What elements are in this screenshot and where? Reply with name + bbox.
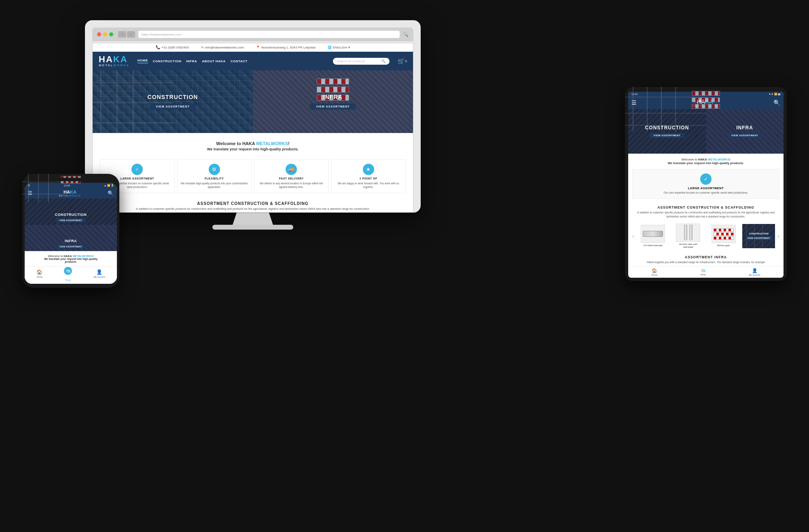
monitor-stand [233,213,273,225]
feature-1point: ★ 1 POINT OF We are happy to work forwar… [331,159,406,193]
window-controls [97,32,113,36]
tablet-frame: 12:30 ▲▲ 📶 ▮▮ ☰ HAKA METALWORKS 🔍 [625,87,787,281]
tablet-hero: CONSTRUCTION VIEW ASSORTMENT INFRA [628,109,784,154]
site-logo: HAKA METALWORKS [99,55,129,67]
truck-icon: 🚚 [286,164,297,175]
mobile-phone: ☰ 12:30 ▲ 📶 🔋 ☰ HAKA METALWORKS 🔍 [22,174,119,288]
address-info: 📍 Noordersluisweg 1, 8243 PR Lelystad [256,45,316,49]
feature-desc-3: We deliver to any desired location in Eu… [258,182,325,189]
tablet-hero-construction: CONSTRUCTION VIEW ASSORTMENT [628,109,706,154]
nav-construction[interactable]: CONSTRUCTION [153,59,181,63]
nav-contact[interactable]: CONTACT [231,59,248,63]
hero-section: CONSTRUCTION VIEW ASSORTMENT [93,70,413,133]
welcome-section: Welcome to HAKA METALWORKS! We translate… [93,133,413,155]
language-selector[interactable]: 🌐 ENGLISH ▾ [328,45,350,49]
phone-scaffold-svg [25,183,117,284]
browser-search-icon: 🔍 [403,32,409,37]
nav-about[interactable]: ABOUT HAKA [202,59,226,63]
checkmark-icon: ✓ [131,164,143,175]
hero-construction-label: CONSTRUCTION [148,94,198,100]
nav-infra[interactable]: INFRA [186,59,197,63]
forward-arrow[interactable]: › [127,31,135,38]
hero-infra: INFRA VIEW ASSORTMENT [253,70,413,133]
tablet-scaffold-svg [628,92,784,278]
tablet-barrier-visual [692,92,720,109]
phone-info: 📞 +31 (0)85 0432400 [156,45,189,49]
search-icon: 🔍 [381,59,385,63]
cart-icon[interactable]: 🛒 0 [398,58,407,64]
phone-barrier-visual [61,183,81,184]
hero-infra-btn[interactable]: VIEW ASSORTMENT [310,103,356,110]
assortment-desc: In addition to customer specific product… [99,207,407,210]
search-placeholder: Search for products [337,59,365,63]
feature-title-2: FLEXIBILITY [181,177,248,180]
product-construction-cta[interactable]: CONSTRUCTION VIEW ASSORTMENT [742,224,775,248]
phone-hero: CONSTRUCTION VIEW ASSORTMENT INFRA VIEW … [25,198,117,251]
map-icon: 📍 [256,46,260,49]
cta-label: CONSTRUCTION [748,232,769,236]
nav-arrows: ‹ › [118,31,135,38]
feature-title-4: 1 POINT OF [335,177,402,180]
feature-fast-delivery: 🚚 FAST DELIVERY We deliver to any desire… [254,159,329,193]
search-bar[interactable]: Search for products 🔍 [333,58,390,65]
product-cta-bg: CONSTRUCTION VIEW ASSORTMENT [742,224,775,248]
monitor-frame: ‹ › https://hakametalworks.com 🔍 📞 +31 (… [85,20,421,213]
cta-view-btn[interactable]: VIEW ASSORTMENT [745,236,772,240]
phone-screen: ☰ 12:30 ▲ 📶 🔋 ☰ HAKA METALWORKS 🔍 [25,183,117,284]
assortment-title: ASSORTMENT CONSTRUCTION & SCAFFOLDING [99,201,407,206]
minimize-button[interactable] [103,32,107,36]
hero-construction: CONSTRUCTION VIEW ASSORTMENT [93,70,253,133]
star-icon: ★ [363,164,374,175]
email-info: ✉ info@hakametalworks.com [201,45,244,49]
phone-frame: ☰ 12:30 ▲ 📶 🔋 ☰ HAKA METALWORKS 🔍 [22,174,119,288]
cart-count: 0 [405,59,407,63]
site-nav: HOME CONSTRUCTION INFRA ABOUT HAKA CONTA… [138,59,325,63]
hero-infra-label: INFRA [323,94,343,100]
phone-notch [59,178,83,181]
browser-chrome: ‹ › https://hakametalworks.com 🔍 [92,27,413,41]
back-arrow[interactable]: ‹ [118,31,126,38]
desktop-monitor: ‹ › https://hakametalworks.com 🔍 📞 +31 (… [85,20,421,230]
assortment-section: ASSORTMENT CONSTRUCTION & SCAFFOLDING In… [93,197,413,212]
welcome-title: Welcome to HAKA METALWORKS! [99,141,407,146]
hero-construction-btn[interactable]: VIEW ASSORTMENT [150,103,195,110]
gear-icon: ⚙ [209,164,220,175]
scene: ‹ › https://hakametalworks.com 🔍 📞 +31 (… [0,0,809,532]
logo-subtitle: METALWORKS [99,64,129,67]
feature-desc-4: We are happy to work forward with. You w… [335,182,402,189]
phone-icon: 📞 [156,45,160,49]
phone-hero-construction: CONSTRUCTION VIEW ASSORTMENT [25,198,117,225]
feature-desc-2: We translate high-quality products into … [181,182,248,189]
feature-title-3: FAST DELIVERY [258,177,325,180]
features-row: ✓ LARGE ASSORTMENT Our core expertise fo… [93,155,413,197]
site-header: HAKA METALWORKS HOME CONSTRUCTION INFRA … [93,52,413,70]
site-topbar: 📞 +31 (0)85 0432400 ✉ info@hakametalwork… [93,43,413,52]
welcome-subtitle: We translate your request into high-qual… [99,147,407,151]
close-button[interactable] [97,32,101,36]
email-icon: ✉ [201,46,204,49]
maximize-button[interactable] [109,32,113,36]
feature-flexibility: ⚙ FLEXIBILITY We translate high-quality … [177,159,252,193]
scaffold-svg [93,70,253,133]
tablet-device: 12:30 ▲▲ 📶 ▮▮ ☰ HAKA METALWORKS 🔍 [625,87,787,281]
url-bar[interactable]: https://hakametalworks.com [138,31,400,38]
monitor-base [212,225,293,230]
website-screen: 📞 +31 (0)85 0432400 ✉ info@hakametalwork… [92,43,413,213]
tablet-screen: 12:30 ▲▲ 📶 ▮▮ ☰ HAKA METALWORKS 🔍 [628,92,784,278]
nav-home[interactable]: HOME [138,59,148,63]
